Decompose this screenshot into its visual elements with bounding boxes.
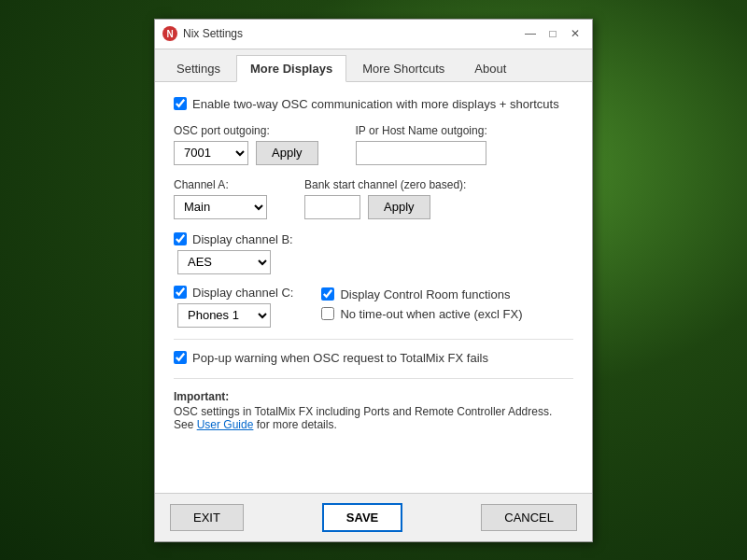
popup-warning-label: Pop-up warning when OSC request to Total… xyxy=(192,351,488,365)
main-window: N Nix Settings — □ ✕ Settings More Displ… xyxy=(154,19,593,542)
control-room-col: Display Control Room functions No time-o… xyxy=(321,286,522,328)
channel-b-select[interactable]: AES SPDIF ADAT xyxy=(177,250,271,274)
close-button[interactable]: ✕ xyxy=(566,24,585,43)
channel-c-checkbox[interactable] xyxy=(174,286,187,299)
bank-row: 0 Apply xyxy=(304,195,466,219)
no-timeout-checkbox[interactable] xyxy=(321,307,334,320)
tab-about[interactable]: About xyxy=(460,55,520,81)
save-button[interactable]: SAVE xyxy=(322,503,402,532)
bank-label: Bank start channel (zero based): xyxy=(304,178,466,191)
channel-c-section: Display channel C: Phones 1 Phones 2 Pho… xyxy=(174,286,573,328)
popup-warning-checkbox[interactable] xyxy=(174,351,187,364)
app-icon: N xyxy=(162,26,177,41)
control-room-label: Display Control Room functions xyxy=(340,287,510,301)
cancel-button[interactable]: CANCEL xyxy=(481,504,577,531)
title-bar: N Nix Settings — □ ✕ xyxy=(155,20,592,49)
maximize-button[interactable]: □ xyxy=(543,24,562,43)
channel-b-select-row: AES SPDIF ADAT xyxy=(177,250,573,274)
minimize-button[interactable]: — xyxy=(521,24,540,43)
apply-bank-button[interactable]: Apply xyxy=(368,195,430,219)
bank-input[interactable]: 0 xyxy=(304,195,360,219)
user-guide-link[interactable]: User Guide xyxy=(197,418,254,431)
tab-more-displays[interactable]: More Displays xyxy=(236,55,346,82)
channel-c-label: Display channel C: xyxy=(192,286,293,300)
enable-osc-label: Enable two-way OSC communication with mo… xyxy=(192,97,559,111)
port-ip-section: OSC port outgoing: 7001 7002 8001 Apply … xyxy=(174,124,573,165)
osc-port-select[interactable]: 7001 7002 8001 xyxy=(174,141,248,165)
channel-c-left: Display channel C: Phones 1 Phones 2 Pho… xyxy=(174,286,293,328)
control-room-checkbox[interactable] xyxy=(321,287,334,301)
ip-row: localhost xyxy=(356,141,487,165)
osc-port-label: OSC port outgoing: xyxy=(174,124,318,137)
see-text: See xyxy=(174,418,197,431)
channel-a-label: Channel A: xyxy=(174,178,267,191)
divider-1 xyxy=(174,339,573,340)
no-timeout-label: No time-out when active (excl FX) xyxy=(340,307,522,321)
important-body: OSC settings in TotalMix FX including Po… xyxy=(174,405,573,431)
for-text: for more details. xyxy=(253,418,336,431)
ip-group: IP or Host Name outgoing: localhost xyxy=(356,124,487,165)
tab-more-shortcuts[interactable]: More Shortcuts xyxy=(348,55,458,81)
tab-settings[interactable]: Settings xyxy=(162,55,234,81)
channel-b-checkbox[interactable] xyxy=(174,232,187,245)
popup-warning-row: Pop-up warning when OSC request to Total… xyxy=(174,351,573,365)
channel-a-select[interactable]: Main Alt Sum xyxy=(174,195,267,219)
osc-port-row: 7001 7002 8001 Apply xyxy=(174,141,318,165)
exit-button[interactable]: EXIT xyxy=(170,504,244,531)
divider-2 xyxy=(174,378,573,379)
enable-osc-checkbox[interactable] xyxy=(174,97,187,110)
tab-content: Enable two-way OSC communication with mo… xyxy=(155,82,592,493)
important-section: Important: OSC settings in TotalMix FX i… xyxy=(174,390,573,431)
bank-group: Bank start channel (zero based): 0 Apply xyxy=(304,178,466,219)
channel-c-checkbox-row: Display channel C: xyxy=(174,286,293,300)
channel-bank-section: Channel A: Main Alt Sum Bank start chann… xyxy=(174,178,573,219)
window-title: Nix Settings xyxy=(183,27,521,40)
channel-c-select[interactable]: Phones 1 Phones 2 Phones 3 xyxy=(177,303,271,328)
channel-c-select-row: Phones 1 Phones 2 Phones 3 xyxy=(177,303,293,328)
enable-osc-row: Enable two-way OSC communication with mo… xyxy=(174,97,573,111)
tab-bar: Settings More Displays More Shortcuts Ab… xyxy=(155,49,592,82)
osc-port-group: OSC port outgoing: 7001 7002 8001 Apply xyxy=(174,124,318,165)
title-bar-controls: — □ ✕ xyxy=(521,24,585,43)
control-room-row: Display Control Room functions xyxy=(321,287,522,301)
channel-a-group: Channel A: Main Alt Sum xyxy=(174,178,267,219)
ip-input[interactable]: localhost xyxy=(356,141,486,165)
no-timeout-row: No time-out when active (excl FX) xyxy=(321,307,522,321)
apply-port-button[interactable]: Apply xyxy=(256,141,318,165)
footer: EXIT SAVE CANCEL xyxy=(155,493,592,541)
channel-b-checkbox-row: Display channel B: xyxy=(174,232,573,246)
important-title: Important: xyxy=(174,390,573,403)
channel-b-label: Display channel B: xyxy=(192,232,293,246)
important-text: OSC settings in TotalMix FX including Po… xyxy=(174,405,552,418)
ip-label: IP or Host Name outgoing: xyxy=(356,124,487,137)
